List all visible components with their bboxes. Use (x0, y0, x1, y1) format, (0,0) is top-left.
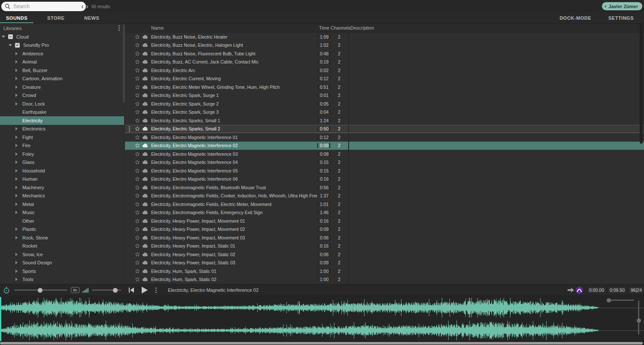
cloud-icon[interactable] (141, 93, 149, 97)
table-row[interactable]: Electricity, Electric Arc0:022 (125, 66, 644, 75)
table-row[interactable]: Electricity, Heavy Power, Impact, Moveme… (125, 217, 644, 225)
table-row[interactable]: Electricity, Electro Magnetic Interferen… (125, 150, 644, 158)
expand-icon[interactable] (15, 77, 22, 80)
expand-icon[interactable] (15, 69, 22, 72)
cloud-icon[interactable] (141, 135, 149, 139)
table-row[interactable]: Electricity, Electromagnetic Fields, Coo… (125, 192, 644, 200)
sidebar-item-electronics[interactable]: Electronics (0, 125, 124, 133)
sidebar-item-sports[interactable]: Sports (0, 267, 124, 275)
favorite-star-icon[interactable] (134, 59, 141, 64)
sidebar-item-foley[interactable]: Foley (0, 150, 124, 158)
cloud-icon[interactable] (141, 169, 149, 173)
sidebar-item-rocket[interactable]: Rocket (0, 242, 124, 251)
favorite-star-icon[interactable] (134, 126, 141, 131)
table-row[interactable]: Electricity, Electric Spark, Surge 20:05… (125, 100, 644, 108)
table-row[interactable]: Electricity, Buzz, AC Current, Jack Cabl… (125, 58, 644, 67)
table-row[interactable]: Electricity, Electro Magnetic Interferen… (125, 175, 644, 184)
sidebar-item-bell-buzzer[interactable]: Bell, Buzzer (0, 66, 124, 75)
sidebar-item-machinery[interactable]: Machinery (0, 183, 124, 192)
expand-icon[interactable] (15, 94, 22, 97)
table-row[interactable]: Electricity, Electromagnetic Fields, Blu… (125, 183, 644, 192)
table-row[interactable]: Electricity, Electric Spark, Surge 10:01… (125, 91, 644, 100)
table-row[interactable]: Electricity, Electro Magnetic Interferen… (125, 142, 644, 150)
sidebar-item-music[interactable]: Music (0, 209, 124, 217)
expand-icon[interactable] (15, 60, 22, 64)
favorite-star-icon[interactable] (134, 42, 141, 48)
column-header-description[interactable]: Description (348, 25, 644, 30)
favorite-star-icon[interactable] (134, 109, 141, 115)
waveform-vzoom-slider[interactable] (638, 300, 639, 335)
table-row[interactable]: Electricity, Electromagnetic Fields, Ele… (125, 200, 644, 209)
expand-icon[interactable] (15, 278, 22, 281)
playhead[interactable] (0, 297, 1, 341)
protools-icon[interactable] (576, 287, 583, 294)
table-row[interactable]: Electricity, Buzz Noise, Electric, Halog… (125, 41, 644, 50)
cloud-icon[interactable] (141, 185, 149, 190)
favorite-star-icon[interactable] (134, 68, 141, 73)
expand-icon[interactable] (15, 227, 22, 231)
sidebar-item-animal[interactable]: Animal (0, 58, 124, 67)
sidebar-item-creature[interactable]: Creature (0, 83, 124, 91)
cloud-icon[interactable] (141, 194, 149, 198)
cloud-icon[interactable] (141, 102, 149, 106)
sidebar-item-fire[interactable]: Fire (0, 142, 124, 150)
favorite-star-icon[interactable] (134, 51, 141, 56)
expand-icon[interactable] (15, 186, 22, 189)
cloud-icon[interactable] (141, 236, 149, 240)
sidebar-item-crowd[interactable]: Crowd (0, 91, 124, 100)
favorite-star-icon[interactable] (134, 118, 141, 123)
collapse-icon[interactable] (9, 44, 15, 46)
sidebar-item-human[interactable]: Human (0, 175, 124, 184)
table-row[interactable]: Electricity, Heavy Power, Impact, Static… (125, 242, 644, 251)
expand-icon[interactable] (15, 127, 22, 130)
favorite-star-icon[interactable] (134, 260, 141, 265)
sidebar-item-other[interactable]: Other (0, 217, 124, 225)
tab-sounds[interactable]: SOUNDS (0, 13, 33, 23)
sidebar-item-soundly-pro[interactable]: ✓Soundly Pro (0, 41, 124, 50)
table-row[interactable]: Electricity, Heavy Power, Impact, Static… (125, 259, 644, 267)
favorite-star-icon[interactable] (134, 252, 141, 257)
cloud-icon[interactable] (141, 277, 149, 281)
expand-icon[interactable] (15, 52, 22, 55)
sidebar-item-tools[interactable]: Tools (0, 275, 124, 284)
sidebar-item-glass[interactable]: Glass (0, 158, 124, 167)
sidebar-item-plastic[interactable]: Plastic (0, 225, 124, 234)
table-row[interactable]: Electricity, Electro Magnetic Interferen… (125, 158, 644, 167)
expand-icon[interactable] (15, 160, 22, 164)
table-row[interactable]: Electricity, Electric Spark, Surge 30:04… (125, 108, 644, 117)
tab-news[interactable]: NEWS (78, 13, 105, 23)
search-back-icon[interactable]: ‹ (80, 2, 85, 11)
vzoom-thumb[interactable] (637, 318, 641, 323)
table-row[interactable]: Electricity, Electric Current, Moving0:1… (125, 75, 644, 83)
expand-icon[interactable] (15, 253, 22, 256)
sidebar-item-mechanics[interactable]: Mechanics (0, 192, 124, 200)
sidebar-item-metal[interactable]: Metal (0, 200, 124, 209)
cloud-icon[interactable] (141, 152, 149, 156)
play-icon[interactable] (142, 287, 148, 294)
table-row[interactable]: Electricity, Electric Sparks, Small 11:2… (125, 116, 644, 125)
column-header-name[interactable]: Name (149, 25, 317, 30)
user-account-button[interactable]: ▾ Javier Zúmer (602, 2, 642, 10)
favorite-star-icon[interactable] (134, 160, 141, 165)
cloud-icon[interactable] (141, 110, 149, 114)
expand-icon[interactable] (15, 102, 22, 106)
cloud-icon[interactable] (141, 68, 149, 73)
cloud-icon[interactable] (141, 219, 149, 223)
volume-slider-thumb[interactable] (113, 288, 118, 293)
favorite-star-icon[interactable] (134, 193, 141, 198)
cloud-icon[interactable] (141, 202, 149, 206)
sidebar-item-household[interactable]: Household (0, 166, 124, 175)
libraries-menu-icon[interactable] (118, 24, 121, 32)
expand-icon[interactable] (15, 211, 22, 214)
table-row[interactable]: Electricity, Electromagnetic Fields, Eme… (125, 209, 644, 217)
sidebar-item-snow-ice[interactable]: Snow, Ice (0, 250, 124, 259)
expand-icon[interactable] (15, 194, 22, 197)
expand-icon[interactable] (15, 144, 22, 147)
checkbox-indeterminate-icon[interactable]: – (8, 34, 13, 39)
table-row[interactable]: Electricity, Heavy Power, Impact, Moveme… (125, 225, 644, 234)
cloud-icon[interactable] (141, 269, 149, 273)
favorite-star-icon[interactable] (134, 168, 141, 173)
table-row[interactable]: Electricity, Electric Meter Wheel, Grind… (125, 83, 644, 91)
spot-to-daw-arrow-icon[interactable] (567, 287, 574, 293)
expand-icon[interactable] (15, 136, 22, 139)
